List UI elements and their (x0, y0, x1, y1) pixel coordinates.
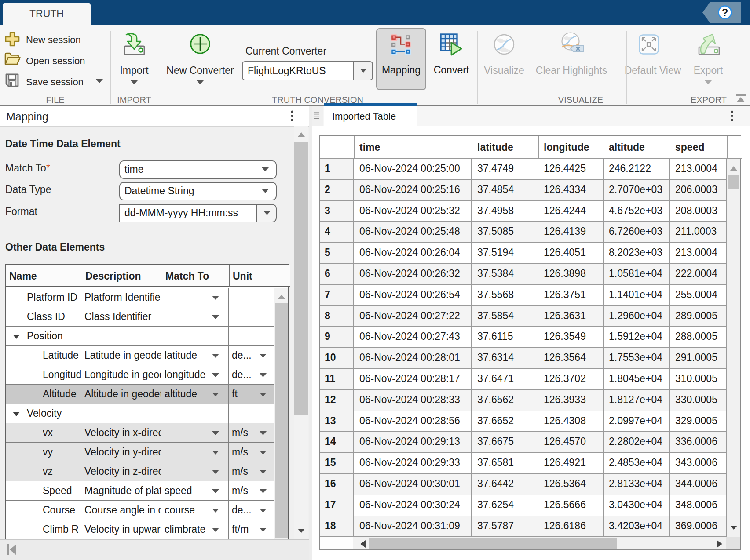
svg-text:?: ? (722, 7, 728, 18)
